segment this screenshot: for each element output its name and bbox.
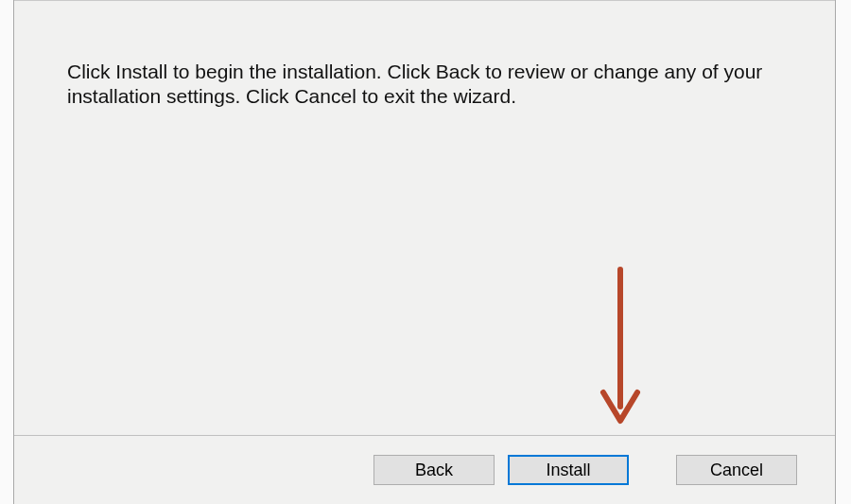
cancel-button[interactable]: Cancel bbox=[676, 455, 797, 485]
wizard-content-area: Click Install to begin the installation.… bbox=[14, 0, 835, 435]
back-button[interactable]: Back bbox=[373, 455, 495, 485]
install-button[interactable]: Install bbox=[508, 455, 629, 485]
wizard-dialog-frame: Click Install to begin the installation.… bbox=[13, 0, 836, 504]
instruction-text: Click Install to begin the installation.… bbox=[67, 60, 769, 110]
wizard-button-bar: Back Install Cancel bbox=[14, 436, 835, 504]
